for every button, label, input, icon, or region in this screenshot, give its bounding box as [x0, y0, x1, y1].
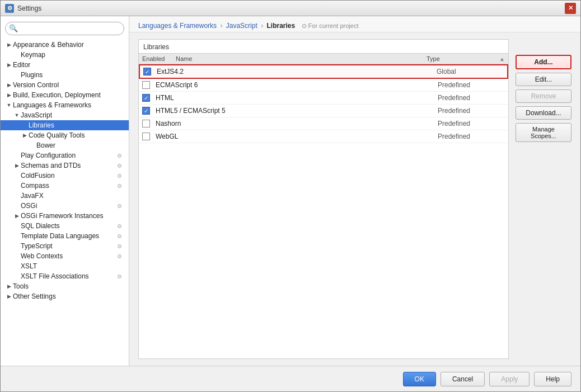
- expand-arrow: ▶: [5, 42, 13, 48]
- settings-icon: ⚙: [117, 173, 122, 179]
- settings-icon: ⚙: [117, 273, 122, 280]
- sidebar-item-sql-dialects[interactable]: SQL Dialects ⚙: [1, 221, 129, 231]
- sidebar-item-label: Schemas and DTDs: [21, 162, 81, 169]
- row-checkbox[interactable]: [142, 120, 150, 127]
- manage-scopes-button[interactable]: Manage Scopes...: [516, 123, 571, 142]
- row-type: Predefined: [438, 94, 505, 102]
- sidebar-item-javascript[interactable]: ▼ JavaScript: [1, 110, 129, 120]
- table-row[interactable]: ✓ HTML Predefined: [139, 92, 508, 105]
- sidebar-item-label: Code Quality Tools: [29, 131, 85, 139]
- row-checkbox[interactable]: ✓: [143, 68, 151, 75]
- sidebar-item-schemas-dtds[interactable]: ▶ Schemas and DTDs ⚙: [1, 160, 129, 171]
- col-header-name: Name: [176, 55, 427, 62]
- row-type: Predefined: [438, 81, 505, 89]
- row-type: Predefined: [438, 133, 505, 140]
- sidebar-item-label: Compass: [21, 182, 49, 190]
- sidebar-item-label: Tools: [13, 282, 29, 290]
- sidebar-item-keymap[interactable]: Keymap: [1, 50, 129, 60]
- row-type: Global: [437, 68, 504, 75]
- apply-button[interactable]: Apply: [489, 372, 530, 386]
- sidebar-item-xslt[interactable]: XSLT: [1, 261, 129, 271]
- sidebar-item-label: Template Data Languages: [21, 232, 99, 240]
- settings-icon: ⚙: [117, 153, 122, 159]
- expand-arrow: ▶: [5, 294, 13, 299]
- sidebar-item-xslt-file[interactable]: XSLT File Associations ⚙: [1, 271, 129, 281]
- breadcrumb: Languages & Frameworks › JavaScript › Li…: [129, 16, 580, 32]
- settings-window: ⚙ Settings ✕ 🔍 ▶ Appearance & Behavior K…: [0, 0, 581, 392]
- add-button[interactable]: Add...: [516, 55, 571, 69]
- breadcrumb-scope: ⊙ For current project: [302, 22, 359, 29]
- action-buttons: Add... Edit... Remove Download... Manage…: [516, 39, 571, 359]
- settings-icon: ⚙: [117, 203, 122, 209]
- expand-arrow: ▶: [13, 213, 21, 219]
- sidebar-item-appearance[interactable]: ▶ Appearance & Behavior: [1, 40, 129, 50]
- app-icon: ⚙: [5, 4, 14, 13]
- row-checkbox[interactable]: ✓: [142, 107, 150, 115]
- sidebar-item-tools[interactable]: ▶ Tools: [1, 281, 129, 291]
- sidebar: 🔍 ▶ Appearance & Behavior Keymap ▶ Edito…: [1, 16, 129, 366]
- sidebar-item-plugins[interactable]: Plugins: [1, 70, 129, 80]
- window-title: Settings: [17, 4, 41, 12]
- sidebar-item-editor[interactable]: ▶ Editor: [1, 60, 129, 70]
- sidebar-item-label: OSGi: [21, 202, 37, 210]
- row-name: Nashorn: [156, 120, 438, 127]
- sidebar-item-play-config[interactable]: Play Configuration ⚙: [1, 150, 129, 160]
- search-icon: 🔍: [9, 24, 18, 32]
- sidebar-item-osgi[interactable]: OSGi ⚙: [1, 201, 129, 211]
- remove-button[interactable]: Remove: [516, 89, 571, 103]
- title-bar-left: ⚙ Settings: [5, 4, 41, 13]
- sidebar-item-label: Play Configuration: [21, 152, 76, 159]
- search-box: 🔍: [5, 22, 124, 35]
- main-body: Libraries Enabled Name Type ▲ ✓ ExtJS4.2…: [129, 32, 580, 366]
- sidebar-item-libraries[interactable]: Libraries: [1, 120, 129, 130]
- table-row[interactable]: ✓ HTML5 / ECMAScript 5 Predefined: [139, 105, 508, 117]
- breadcrumb-separator: ›: [261, 22, 263, 30]
- edit-button[interactable]: Edit...: [516, 73, 571, 86]
- breadcrumb-link-javascript[interactable]: JavaScript: [226, 22, 257, 30]
- settings-icon: ⚙: [117, 233, 122, 239]
- row-type: Predefined: [438, 120, 505, 127]
- settings-icon: ⚙: [117, 243, 122, 249]
- sidebar-item-version-control[interactable]: ▶ Version Control: [1, 80, 129, 90]
- sidebar-item-template-data[interactable]: Template Data Languages ⚙: [1, 231, 129, 241]
- row-checkbox[interactable]: ✓: [142, 94, 150, 102]
- row-checkbox[interactable]: [142, 81, 150, 89]
- row-name: ECMAScript 6: [156, 81, 438, 89]
- sidebar-item-coldfusion[interactable]: ColdFusion ⚙: [1, 171, 129, 181]
- sidebar-item-other-settings[interactable]: ▶ Other Settings: [1, 291, 129, 301]
- expand-arrow: ▶: [21, 133, 29, 138]
- cancel-button[interactable]: Cancel: [441, 372, 485, 386]
- sidebar-item-label: Keymap: [21, 51, 45, 59]
- table-row[interactable]: Nashorn Predefined: [139, 117, 508, 130]
- sidebar-item-build[interactable]: ▶ Build, Execution, Deployment: [1, 90, 129, 100]
- expand-arrow: ▶: [5, 82, 13, 88]
- sidebar-item-label: TypeScript: [21, 242, 53, 250]
- sidebar-item-osgi-framework[interactable]: ▶ OSGi Framework Instances: [1, 211, 129, 221]
- sidebar-item-code-quality[interactable]: ▶ Code Quality Tools: [1, 130, 129, 140]
- sidebar-item-label: JavaFX: [21, 192, 44, 200]
- table-row[interactable]: ✓ ExtJS4.2 Global: [139, 64, 508, 79]
- sidebar-item-label: Languages & Frameworks: [13, 101, 91, 109]
- sidebar-item-javafx[interactable]: JavaFX: [1, 191, 129, 201]
- table-row[interactable]: WebGL Predefined: [139, 130, 508, 143]
- sidebar-item-languages[interactable]: ▼ Languages & Frameworks: [1, 100, 129, 110]
- table-body: ✓ ExtJS4.2 Global ECMAScript 6 Predefine…: [139, 64, 508, 358]
- bottom-bar: OK Cancel Apply Help: [1, 366, 580, 391]
- ok-button[interactable]: OK: [403, 372, 436, 386]
- table-row[interactable]: ECMAScript 6 Predefined: [139, 79, 508, 92]
- sidebar-item-compass[interactable]: Compass ⚙: [1, 181, 129, 191]
- settings-icon: ⚙: [117, 223, 122, 229]
- row-checkbox[interactable]: [142, 133, 150, 140]
- row-name: HTML5 / ECMAScript 5: [156, 107, 438, 115]
- sidebar-item-web-contexts[interactable]: Web Contexts ⚙: [1, 251, 129, 261]
- breadcrumb-link-languages[interactable]: Languages & Frameworks: [138, 22, 217, 30]
- libraries-panel: Libraries Enabled Name Type ▲ ✓ ExtJS4.2…: [138, 39, 509, 359]
- expand-arrow: ▶: [5, 284, 13, 289]
- help-button[interactable]: Help: [534, 372, 571, 386]
- search-input[interactable]: [5, 22, 124, 35]
- close-button[interactable]: ✕: [565, 3, 576, 14]
- expand-arrow: ▶: [5, 62, 13, 68]
- download-button[interactable]: Download...: [516, 106, 571, 120]
- sidebar-item-bower[interactable]: Bower: [1, 140, 129, 150]
- sidebar-item-typescript[interactable]: TypeScript ⚙: [1, 241, 129, 251]
